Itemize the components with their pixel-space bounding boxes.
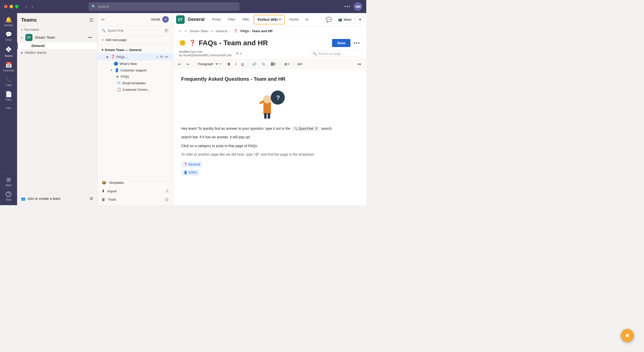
tree-item-customer-support[interactable]: ⋮⋮ ▾ 👤 Customer support [98, 67, 173, 73]
chevron-down-icon: ▾ [288, 63, 289, 65]
breadcrumb-back-button[interactable]: ← [178, 29, 182, 33]
page-emoji-button[interactable]: 🙂 [179, 40, 186, 46]
paragraph-select[interactable]: Paragraph Heading 1 Heading 2 [195, 61, 219, 67]
team-item-dream-team[interactable]: ▾ DT Dream Team ••• [17, 32, 97, 42]
user-avatar-button[interactable]: NM [354, 2, 362, 11]
global-search-input[interactable] [98, 5, 236, 9]
sidebar-item-more[interactable]: ••• [1, 104, 16, 112]
team-more-button[interactable]: ••• [87, 35, 93, 40]
close-button[interactable] [4, 5, 8, 8]
general-link[interactable]: ❓ General [182, 161, 202, 168]
tree-toggle-icon[interactable]: ▶ [107, 55, 111, 59]
tree-toggle-icon[interactable]: ▾ [111, 69, 115, 72]
tree-item-add-button[interactable]: + [156, 55, 159, 59]
wiki-search-bar[interactable]: 🔍 Quick Find F [98, 26, 173, 35]
breadcrumb-forward-button[interactable]: → [184, 29, 188, 33]
undo-button[interactable]: ↩ [176, 61, 183, 67]
add-tab-button[interactable]: + [303, 16, 310, 23]
tab-perfect-wiki[interactable]: Perfect Wiki ▾ [254, 15, 285, 24]
your-teams-header[interactable]: ▾ Your teams [17, 27, 97, 32]
toolbar-divider [223, 62, 224, 67]
ai-button[interactable]: AI▾ [295, 61, 304, 67]
meet-button[interactable]: 📹 Meet [334, 16, 355, 23]
sops-link[interactable]: 👤 SOPs [182, 169, 199, 176]
tree-item-customer-comm[interactable]: ⋮⋮ 📋 Customer Comm... [98, 86, 173, 93]
sidebar-item-teams[interactable]: Teams [1, 44, 16, 59]
import-kbd: I [166, 189, 169, 193]
sidebar-item-apps[interactable]: ⊞ Apps [1, 175, 16, 189]
sidebar-item-help[interactable]: ? Help [1, 190, 16, 203]
add-new-page-button[interactable]: + Add new page [98, 35, 173, 45]
hidden-teams-item[interactable]: ▶ Hidden teams [17, 49, 97, 56]
conversation-button[interactable]: 💬 [326, 17, 332, 23]
meet-dropdown-button[interactable]: ▾ [357, 16, 363, 23]
sidebar-item-label: Apps [5, 184, 12, 187]
attach-button[interactable]: 📎 [259, 61, 268, 67]
global-search-bar[interactable]: 🔍 [89, 2, 239, 11]
drag-handle-icon: ⋮⋮ [113, 82, 116, 84]
italic-button[interactable]: I [233, 61, 238, 67]
eye-icon: 👁 [236, 52, 239, 55]
search-icon: 🔍 [313, 52, 317, 56]
underline-button[interactable]: U [239, 61, 246, 67]
join-create-team-button[interactable]: 👥 Join or create a team [21, 195, 61, 202]
sidebar-item-calls[interactable]: 📞 Calls [1, 75, 16, 89]
link-button[interactable]: 🔗 [250, 61, 258, 67]
files-icon: 📄 [5, 92, 12, 97]
wiki-footer: 📦 Templates ⬇ Import I 🗑 Trash Z [98, 177, 173, 205]
tab-home[interactable]: Home [286, 13, 302, 26]
tree-item-more-button[interactable]: ••• [164, 55, 169, 59]
tab-posts[interactable]: Posts [209, 13, 224, 26]
tree-item-email-templates[interactable]: ⋮⋮ 📧 Email templates [98, 80, 173, 86]
tab-wiki[interactable]: Wiki [239, 13, 253, 26]
teams-filter-button[interactable]: ☰ [89, 17, 93, 23]
tree-toggle-icon[interactable]: ▶ [117, 75, 121, 78]
tree-item-faqs-team-hr[interactable]: ⋮⋮ ▶ ❓ FAQs ... + ⧉ ••• [98, 53, 173, 60]
redo-button[interactable]: ↪ [184, 61, 191, 67]
breadcrumb-team[interactable]: Dream Team [190, 29, 208, 33]
svg-rect-7 [268, 113, 270, 119]
tree-item-copy-button[interactable]: ⧉ [159, 55, 163, 59]
sidebar-item-chat[interactable]: 💬 Chat [1, 30, 16, 43]
filter-icon: ☰ [89, 18, 93, 23]
teams-panel-title: Teams [21, 17, 37, 23]
nav-forward-button[interactable]: › [30, 3, 35, 10]
maximize-button[interactable] [15, 5, 19, 8]
bold-button[interactable]: B [226, 61, 232, 67]
editor-content[interactable]: Frequently Asked Questions - Team and HR [173, 69, 366, 205]
titlebar: ‹ › 🔍 ••• NM [0, 0, 366, 13]
breadcrumb-channel[interactable]: General [216, 29, 227, 33]
page-search-bar[interactable]: 🔍 Search on page [310, 51, 360, 57]
tree-item-faqs-sub[interactable]: ⋮⋮ ▶ FAQs [98, 73, 173, 80]
sidebar-item-activity[interactable]: 🔔 Activity [1, 15, 16, 29]
settings-button[interactable]: ⚙ [89, 196, 93, 201]
chevron-right-icon: ▶ [21, 51, 23, 54]
tab-files[interactable]: Files [224, 13, 239, 26]
sidebar-item-label: Help [6, 198, 12, 201]
page-title-icon: ❓ [189, 40, 196, 46]
wiki-collapse-button[interactable]: ⇤ [102, 17, 105, 22]
sidebar-item-files[interactable]: 📄 Files [1, 90, 16, 103]
tree-item-whats-new[interactable]: ⋮⋮ 🔵 What's New [98, 60, 173, 67]
channel-name-heading: General [188, 17, 205, 22]
toolbar-more-button[interactable]: ••• [355, 61, 363, 67]
titlebar-more-button[interactable]: ••• [344, 4, 351, 9]
templates-footer-item[interactable]: 📦 Templates [98, 178, 173, 187]
import-footer-item[interactable]: ⬇ Import I [98, 187, 173, 195]
minimize-button[interactable] [10, 5, 13, 8]
save-button[interactable]: Save [332, 39, 350, 47]
trash-footer-item[interactable]: 🗑 Trash Z [98, 195, 173, 204]
quick-find-kbd: F [164, 28, 169, 33]
chevron-icon: ▾ [21, 36, 22, 39]
breadcrumb-page-icon: ❓ [233, 29, 237, 33]
page-more-button[interactable]: ••• [353, 40, 360, 46]
nav-back-button[interactable]: ‹ [24, 3, 28, 10]
wiki-header: ⇤ nicole N [98, 13, 173, 26]
sidebar-item-calendar[interactable]: 📅 Calendar [1, 60, 16, 74]
channel-avatar: DT [176, 15, 185, 24]
channel-item-general[interactable]: General [17, 42, 97, 49]
sidebar-item-label: Calls [6, 83, 12, 86]
image-button[interactable]: 🖼▾ [269, 61, 278, 67]
more-icon: ••• [6, 106, 11, 110]
table-button[interactable]: ⊞▾ [282, 61, 291, 67]
